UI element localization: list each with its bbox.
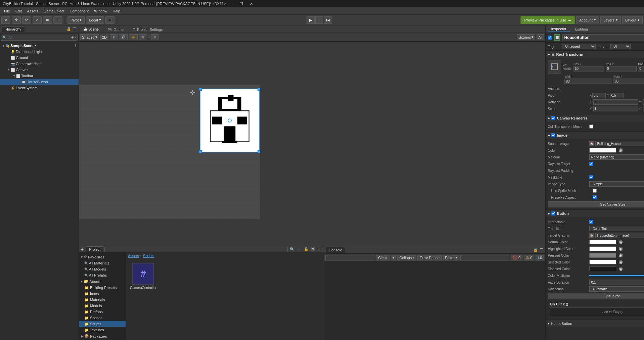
minimize-btn[interactable]: — [226,2,236,6]
color-picker-btn[interactable]: ◉ [619,148,623,152]
close-btn[interactable]: ✕ [246,2,256,6]
menu-component[interactable]: Component [67,8,91,14]
btn-active-checkbox[interactable] [551,211,555,215]
target-name-input[interactable] [595,233,644,238]
handle-bottomright[interactable] [258,150,260,153]
menu-file[interactable]: File [1,8,13,14]
menu-edit[interactable]: Edit [13,8,25,14]
tab-lighting[interactable]: Lighting [572,27,592,32]
maximize-btn[interactable]: ❐ [236,2,246,6]
image-type-select[interactable]: Simple [589,181,644,187]
posx-input[interactable] [573,66,604,71]
normal-color-picker[interactable]: ◉ [619,240,623,244]
button-header[interactable]: ▶ Button ? ⚙ ☰ [546,210,644,217]
tool-rect-btn[interactable]: ⊞ [43,16,52,24]
project-tab[interactable]: Project [86,246,103,252]
gizmos-dropdown[interactable]: Gizmos ▾ [517,34,535,40]
ptree-all-models[interactable]: 🔍 All Models [79,266,126,272]
all-dropdown[interactable]: All [537,34,544,40]
ptree-all-materials[interactable]: 🔍 All Materials [79,260,126,266]
console-tab[interactable]: Console [326,247,345,253]
posy-input[interactable] [606,66,637,71]
scene-view[interactable]: ✛ [79,42,545,246]
img-active-checkbox[interactable] [551,133,555,137]
disabled-color-picker[interactable]: ◉ [619,267,623,271]
sx-input[interactable] [593,106,638,111]
handle-topleft[interactable] [199,88,202,91]
hierarchy-item-cameraanchor[interactable]: 📷 CameraAnchor [0,61,79,67]
hierarchy-tab[interactable]: Hierarchy [2,26,25,32]
multiplier-slider-track[interactable] [589,275,644,276]
highlighted-color-swatch[interactable] [589,246,616,251]
handle-center[interactable] [228,118,232,123]
ptree-scripts[interactable]: 📁 Scripts [79,321,126,327]
pressed-color-swatch[interactable] [589,253,616,258]
clear-dropdown[interactable]: ▾ [391,255,396,260]
canvas-renderer-header[interactable]: ▶ Canvas Renderer ? ⚙ ☰ [546,114,644,122]
highlighted-color-picker[interactable]: ◉ [619,247,623,251]
selected-color-swatch[interactable] [589,260,616,264]
navigation-select[interactable]: Automatic [589,286,644,292]
menu-help[interactable]: Help [110,8,123,14]
console-search-input[interactable] [325,255,374,260]
project-star-btn[interactable]: ☆ [296,247,302,252]
editor-dropdown[interactable]: Editor ▾ [443,255,459,260]
extra-tool-btn[interactable]: ⊞ [105,16,114,24]
breadcrumb-scripts[interactable]: Scripts [143,254,154,258]
fade-duration-input[interactable] [589,280,644,285]
console-filter-input[interactable] [460,255,509,260]
hierarchy-search-input[interactable] [7,35,71,40]
collapse-btn[interactable]: Collapse [397,255,416,260]
account-btn[interactable]: Account ▾ [576,16,599,24]
image-header[interactable]: ▶ Image ? ⚙ ☰ [546,132,644,139]
layer-dropdown[interactable]: UI [610,44,631,49]
disabled-color-swatch[interactable] [589,266,616,271]
ptree-models[interactable]: 📁 Models [79,303,126,309]
tab-scene[interactable]: 🏔 Scene [79,26,103,33]
width-input[interactable] [564,79,612,84]
scene-light-btn[interactable]: ☀ [110,34,118,40]
menu-gameobject[interactable]: GameObject [41,8,67,14]
material-input[interactable] [589,154,644,160]
project-menu-btn[interactable]: ☰ [316,247,322,252]
error-pause-btn[interactable]: Error Pause [417,255,442,260]
tag-dropdown[interactable]: Untagged [562,44,596,49]
project-lock-btn[interactable]: 🔒 [303,247,310,252]
tab-game[interactable]: 🎮 Game [103,26,128,33]
tab-project-settings[interactable]: ⚙ Project Settings [128,26,167,33]
layers-btn[interactable]: Layers ▾ [600,16,621,24]
hierarchy-item-eventsystem[interactable]: ⚡ EventSystem [0,85,79,91]
console-menu-btn[interactable]: ☰ [539,247,543,252]
pivot-x-input[interactable] [592,93,606,98]
hierarchy-item-samplescene[interactable]: ▾ 🎭 SampleScene* ⋮ [0,43,79,49]
posz-input[interactable] [638,66,644,71]
breadcrumb-assets[interactable]: Assets [128,254,139,258]
tool-transform-btn[interactable]: ⊕ [53,16,62,24]
ptree-all-prefabs[interactable]: 🔍 All Prefabs [79,272,126,278]
hierarchy-item-housebutton[interactable]: 🔲 HouseButton [0,79,79,85]
ptree-icons[interactable]: 📁 Icons [79,291,126,297]
handle-topright[interactable] [258,88,260,91]
hierarchy-lock-btn[interactable]: 🔒 [66,27,72,32]
preview-packages-btn[interactable]: Preview Packages in Use ☁ [520,16,575,24]
rx-input[interactable] [593,99,638,105]
transition-select[interactable]: Color Tint [589,226,644,231]
ry-input[interactable] [643,99,644,105]
sy-input[interactable] [643,106,644,111]
scene-grid-btn[interactable]: ⊞ [151,34,158,40]
ptree-prefabs[interactable]: 📁 Prefabs [79,309,126,315]
tool-scale-btn[interactable]: ⤢ [33,16,42,24]
pressed-color-picker[interactable]: ◉ [619,253,623,257]
interactable-checkbox[interactable] [589,220,593,224]
tool-move-btn[interactable]: ✥ [12,16,21,24]
add-btn[interactable]: + [81,247,84,252]
tab-inspector[interactable]: Inspector [548,26,569,32]
hierarchy-add-btn[interactable]: + [71,35,74,40]
maskable-checkbox[interactable] [589,175,593,179]
preserve-aspect-checkbox[interactable] [593,195,597,199]
ptree-building-presets[interactable]: 📁 Building Presets [79,285,126,291]
pivot-btn[interactable]: Pivot ▾ [67,16,85,24]
hierarchy-menu-btn[interactable]: ☰ [73,27,77,32]
sprite-mesh-checkbox[interactable] [593,189,597,193]
hierarchy-item-toolbar[interactable]: ▾ ⬜ Toolbar [0,73,79,79]
